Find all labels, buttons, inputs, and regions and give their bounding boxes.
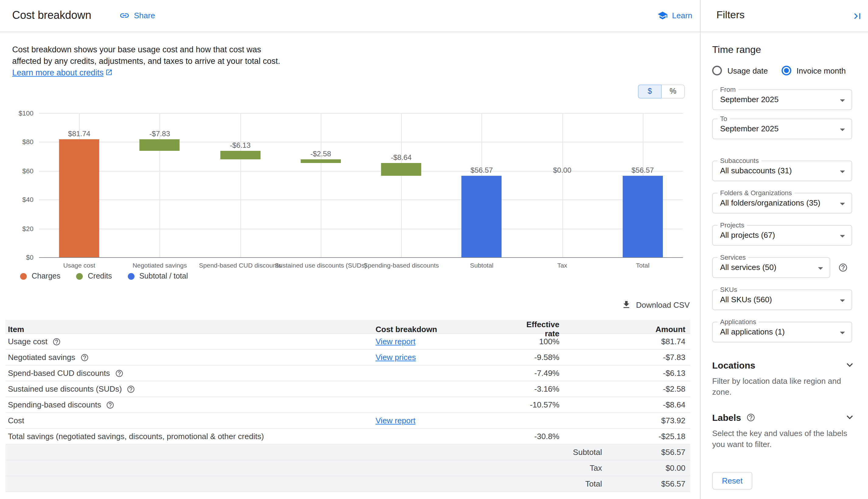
legend-label: Subtotal / total xyxy=(139,272,188,280)
radio-circle xyxy=(712,66,722,75)
section-header-locations[interactable]: Locations xyxy=(712,359,856,371)
section-header-labels[interactable]: Labels xyxy=(712,411,856,423)
filter-field-row: FromSeptember 2025 xyxy=(712,89,856,110)
bar-value-label: $0.00 xyxy=(553,166,571,174)
download-csv-button[interactable]: Download CSV xyxy=(621,300,690,309)
item-label: Usage cost xyxy=(8,337,47,346)
learn-more-credits-link[interactable]: Learn more about credits xyxy=(12,68,112,77)
percent-toggle-button[interactable]: % xyxy=(661,85,685,98)
select-subaccounts[interactable]: SubaccountsAll subaccounts (31) xyxy=(712,160,852,181)
bar-value-label: -$7.83 xyxy=(150,130,170,138)
summary-label: Tax xyxy=(8,463,602,473)
view-prices-link[interactable]: View prices xyxy=(376,353,416,362)
select-label: Applications xyxy=(718,318,759,325)
help-circle-icon[interactable] xyxy=(106,401,115,409)
cost-breakdown-cell: View report xyxy=(376,337,511,346)
summary-row-subtotal: Subtotal$56.57 xyxy=(5,445,690,460)
cost-breakdown-cell: View report xyxy=(376,416,511,425)
help-circle-icon[interactable] xyxy=(115,369,123,377)
chart-bar-total xyxy=(623,176,663,257)
select-services[interactable]: ServicesAll services (50) xyxy=(712,257,830,278)
arrow-drop-down-icon xyxy=(815,262,827,274)
cost-table: ItemCost breakdownEffective rateAmountUs… xyxy=(5,320,690,492)
select-value: September 2025 xyxy=(713,119,852,139)
section-description: Filter by location data like region and … xyxy=(712,376,856,398)
effective-rate-cell: -3.16% xyxy=(511,385,559,393)
section-title: Locations xyxy=(712,360,756,370)
radio-circle xyxy=(781,66,791,75)
y-axis-label: $0 xyxy=(12,254,34,261)
select-from[interactable]: FromSeptember 2025 xyxy=(712,89,852,110)
item-label: Sustained use discounts (SUDs) xyxy=(8,385,122,393)
arrow-drop-down-icon xyxy=(836,294,848,306)
arrow-drop-down-icon xyxy=(836,198,848,210)
effective-rate-cell: -30.8% xyxy=(511,432,559,441)
select-label: From xyxy=(718,86,738,93)
chevron-down-icon xyxy=(844,411,856,423)
table-row: Usage costView report100%$81.74 xyxy=(5,334,690,350)
table-row: Spend-based CUD discounts-7.49%-$6.13 xyxy=(5,365,690,381)
select-skus[interactable]: SKUsAll SKUs (560) xyxy=(712,290,852,310)
share-label: Share xyxy=(134,11,155,20)
time-range-label: Time range xyxy=(712,45,856,55)
view-report-link[interactable]: View report xyxy=(376,416,415,425)
view-report-link[interactable]: View report xyxy=(376,337,415,346)
filters-panel: Time range Usage dateInvoice month FromS… xyxy=(701,32,868,499)
effective-rate-cell: 100% xyxy=(511,337,559,346)
y-axis-label: $20 xyxy=(12,225,34,232)
item-cell: Cost xyxy=(8,416,376,425)
chart-bar-spend-based-cud-discounts xyxy=(220,151,260,160)
help-circle-icon[interactable] xyxy=(80,353,88,362)
select-to[interactable]: ToSeptember 2025 xyxy=(712,119,852,139)
radio-usage-date[interactable]: Usage date xyxy=(712,66,768,75)
collapse-right-icon[interactable] xyxy=(852,10,863,22)
reset-button[interactable]: Reset xyxy=(712,472,752,489)
item-cell: Spend-based CUD discounts xyxy=(8,368,376,378)
h-gridline xyxy=(39,171,683,171)
category-label: Tax xyxy=(557,261,567,269)
select-projects[interactable]: ProjectsAll projects (67) xyxy=(712,225,852,246)
item-cell: Sustained use discounts (SUDs) xyxy=(8,385,376,393)
column-header-amount: Amount xyxy=(559,325,686,333)
arrow-drop-down-icon xyxy=(836,94,848,107)
legend-label: Credits xyxy=(88,272,112,280)
summary-row-tax: Tax$0.00 xyxy=(5,460,690,476)
h-gridline xyxy=(39,199,683,200)
unit-toggle: $ % xyxy=(638,85,685,98)
dollar-toggle-button[interactable]: $ xyxy=(638,85,662,98)
select-folders-organizations[interactable]: Folders & OrganizationsAll folders/organ… xyxy=(712,193,852,214)
legend-item-subtotal-total: Subtotal / total xyxy=(128,272,188,280)
item-cell: Usage cost xyxy=(8,337,376,346)
category-label: Spending-based discounts xyxy=(364,261,439,269)
help-circle-icon[interactable] xyxy=(52,337,61,346)
column-header-item: Item xyxy=(8,325,376,333)
select-applications[interactable]: ApplicationsAll applications (1) xyxy=(712,322,852,342)
chart-bar-negotiated-savings xyxy=(140,139,180,151)
learn-button[interactable]: Learn xyxy=(657,10,692,21)
bar-value-label: -$8.64 xyxy=(391,154,412,162)
h-gridline xyxy=(39,142,683,143)
filter-field-row: ProjectsAll projects (67) xyxy=(712,225,856,246)
download-csv-label: Download CSV xyxy=(636,300,690,309)
category-label: Total xyxy=(636,261,650,269)
filter-field-row: SubaccountsAll subaccounts (31) xyxy=(712,160,856,181)
help-circle-icon[interactable] xyxy=(838,263,848,272)
amount-cell: $73.92 xyxy=(559,416,686,425)
bar-value-label: $56.57 xyxy=(631,166,654,174)
filter-field-row: SKUsAll SKUs (560) xyxy=(712,290,856,310)
legend-dot xyxy=(128,273,134,279)
main-content: Cost breakdown shows your base usage cos… xyxy=(0,32,700,499)
page-title: Cost breakdown xyxy=(12,9,91,22)
radio-invoice-month[interactable]: Invoice month xyxy=(781,66,846,75)
legend-item-credits: Credits xyxy=(76,272,112,280)
summary-label: Total xyxy=(8,479,602,488)
summary-amount: $56.57 xyxy=(602,448,686,457)
legend-label: Charges xyxy=(32,272,61,280)
table-row: Total savings (negotiated savings, disco… xyxy=(5,429,690,445)
filters-panel-title: Filters xyxy=(716,9,745,21)
y-axis-label: $60 xyxy=(12,167,34,174)
help-circle-icon[interactable] xyxy=(127,385,135,393)
share-button[interactable]: Share xyxy=(119,10,155,21)
help-circle-icon[interactable] xyxy=(746,413,755,422)
time-range-radios: Usage dateInvoice month xyxy=(712,66,856,75)
